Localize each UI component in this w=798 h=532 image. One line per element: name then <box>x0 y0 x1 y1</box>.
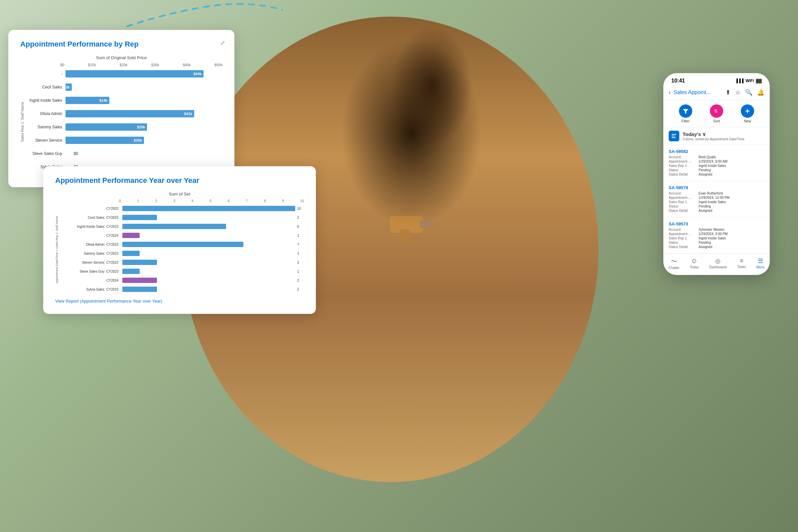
appt-detail-value: Evan Rutherford <box>699 191 723 195</box>
yoy-bar-year: CY2023 <box>107 225 122 228</box>
new-button[interactable]: New <box>741 104 754 123</box>
bar-rows: -$44kCecil Sales$2kIngrid Inside Sales$1… <box>25 69 223 175</box>
bar-chart-card: Appointment Performance by Rep ⤢ Sum of … <box>8 30 234 187</box>
yoy-bar-fill <box>122 215 157 220</box>
appt-detail-label: Status: <box>669 241 699 244</box>
nav-menu[interactable]: ☰ Menu <box>756 258 764 270</box>
appt-detail-value: Assigned <box>699 173 712 176</box>
appt-detail-label: Account: <box>669 191 699 195</box>
yoy-bar-value: 2 <box>297 261 304 264</box>
y-axis-label: Sales Rep 1: Staff Name <box>20 69 24 175</box>
yoy-bar-track <box>122 251 295 256</box>
nav-chatter[interactable]: 〜 Chatter <box>669 258 680 270</box>
bar-row: Sammy Sales$26k <box>25 122 223 132</box>
yoy-bar-fill <box>122 269 140 274</box>
appt-detail-row: Status:Pending <box>669 241 764 244</box>
list-header: Today's ∨ 3 items, sorted by Appointment… <box>663 127 770 145</box>
appointment-item[interactable]: SA-59573Account:Sylvester WestonAppointm… <box>663 217 770 254</box>
yoy-bar-track <box>122 278 295 283</box>
bar-fill: $26k <box>65 124 147 131</box>
list-header-title[interactable]: Today's ∨ <box>683 131 764 137</box>
sort-label: Sort <box>713 119 720 123</box>
bar-label: Steven Service <box>25 138 65 142</box>
header-title: Sales Appoint... <box>673 90 723 95</box>
yoy-bar-track <box>122 224 295 229</box>
yoy-bar-year: CY2023 <box>107 261 122 264</box>
yoy-bar-label: Sylvia Sales <box>60 288 107 291</box>
card1-title: Appointment Performance by Rep <box>20 40 223 49</box>
yoy-bar-row: Sylvia SalesCY20232 <box>60 286 304 293</box>
yoy-bar-track <box>122 206 295 211</box>
appt-detail-value: 1/29/2024, 9:00 AM <box>699 159 727 163</box>
yoy-bar-year: CY2023 <box>107 270 122 273</box>
yoy-bar-year: CY2024 <box>107 279 122 282</box>
appt-detail-row: Sales Rep 1:Ingrid Inside Sales <box>669 236 764 240</box>
yoy-bar-value: 6 <box>297 225 304 228</box>
star-icon[interactable]: ☆ <box>735 89 740 96</box>
nav-dashboards[interactable]: ◎ Dashboards <box>709 258 727 270</box>
expand-icon[interactable]: ⤢ <box>220 39 225 46</box>
appointment-item[interactable]: SA-59582Account:Brett QuallsAppointment.… <box>663 145 770 181</box>
nav-today[interactable]: ⊙ Today <box>690 258 699 270</box>
search-icon[interactable]: 🔍 <box>745 89 753 96</box>
sort-button[interactable]: ⇅ Sort <box>710 104 723 123</box>
phone-nav: 〜 Chatter ⊙ Today ◎ Dashboards ≡ Tasks ☰… <box>663 254 770 275</box>
appt-detail-value: Brett Qualls <box>699 155 716 159</box>
yoy-bar-row: CY202310 <box>60 205 304 212</box>
appt-detail-row: Sales Rep 1:Ingrid Inside Sales <box>669 200 764 204</box>
phone-toolbar: Filter ⇅ Sort New <box>663 100 770 127</box>
appt-detail-label: Appointment...: <box>669 232 699 236</box>
view-report-link[interactable]: View Report (Appointment Performance Yea… <box>55 299 162 304</box>
phone-card: 10:41 ▐▐▐ WiFi ▓▓ ‹ Sales Appoint... ⬆ ☆… <box>663 73 770 275</box>
yoy-bar-year: CY2023 <box>107 288 122 291</box>
appt-detail-label: Status Detail: <box>669 245 699 249</box>
yoy-bar-value: 7 <box>297 243 304 246</box>
yoy-bar-row: CY20242 <box>60 277 304 284</box>
yoy-bar-label: Steve Sales Guy <box>60 270 107 273</box>
signal-icon: ▐▐▐ <box>735 78 744 83</box>
bell-icon[interactable]: 🔔 <box>757 89 764 96</box>
yoy-bar-row: Steve Sales GuyCY20231 <box>60 268 304 275</box>
bar-fill: $41k <box>65 110 194 117</box>
status-icons: ▐▐▐ WiFi ▓▓ <box>735 78 762 83</box>
yoy-bar-value: 1 <box>297 270 304 273</box>
bar-track: $26k <box>65 124 223 131</box>
appointment-item[interactable]: SA-59579Account:Evan RutherfordAppointme… <box>663 181 770 217</box>
yoy-bar-value: 1 <box>297 252 304 255</box>
nav-tasks[interactable]: ≡ Tasks <box>738 258 746 270</box>
bar-track: $0 <box>65 150 223 157</box>
appt-detail-label: Status Detail: <box>669 173 699 176</box>
chart1-subtitle: Sum of Original Sold Price <box>20 55 223 60</box>
bar-chart-area: Sum of Original Sold Price $0 $10k $20k … <box>20 55 223 175</box>
yoy-bar-rows: CY202310Cecil SalesCY20232Ingrid Inside … <box>60 205 304 294</box>
yoy-bar-fill <box>122 233 140 238</box>
yoy-bar-track <box>122 215 295 220</box>
bar-row: Steve Sales Guy$0 <box>25 149 223 158</box>
appt-detail-row: Status:Pending <box>669 205 764 208</box>
appt-detail-row: Status:Pending <box>669 168 764 172</box>
svg-text:⇅: ⇅ <box>714 108 718 114</box>
share-icon[interactable]: ⬆ <box>725 89 730 96</box>
bar-label: Ingrid Inside Sales <box>25 98 65 103</box>
appt-detail-label: Sales Rep 1: <box>669 200 699 204</box>
yoy-bar-year: CY2024 <box>107 234 122 238</box>
bar-fill: $44k <box>65 70 204 77</box>
appt-detail-label: Account: <box>669 155 699 159</box>
yoy-y-axis: Appointment Date/Time > Sales Rep 1: Sta… <box>55 205 58 294</box>
svg-rect-8 <box>672 136 675 136</box>
appt-detail-value: Pending <box>699 205 711 208</box>
bar-label: - <box>25 72 65 76</box>
bar-label: Steve Sales Guy <box>25 151 65 156</box>
list-header-icon <box>669 131 679 141</box>
dashboards-label: Dashboards <box>709 265 727 269</box>
yoy-bar-label: Olivia Admin <box>60 243 107 246</box>
bar-fill: $2k <box>65 83 72 91</box>
bar-value: $14k <box>99 98 108 102</box>
bar-label: Sammy Sales <box>25 125 65 129</box>
back-button[interactable]: ‹ <box>669 89 671 96</box>
filter-button[interactable]: Filter <box>679 104 692 123</box>
appt-detail-label: Status: <box>669 205 699 208</box>
bar-value: $2k <box>64 85 70 89</box>
appt-detail-value: Ingrid Inside Sales <box>699 164 726 168</box>
svg-rect-1 <box>400 229 410 243</box>
